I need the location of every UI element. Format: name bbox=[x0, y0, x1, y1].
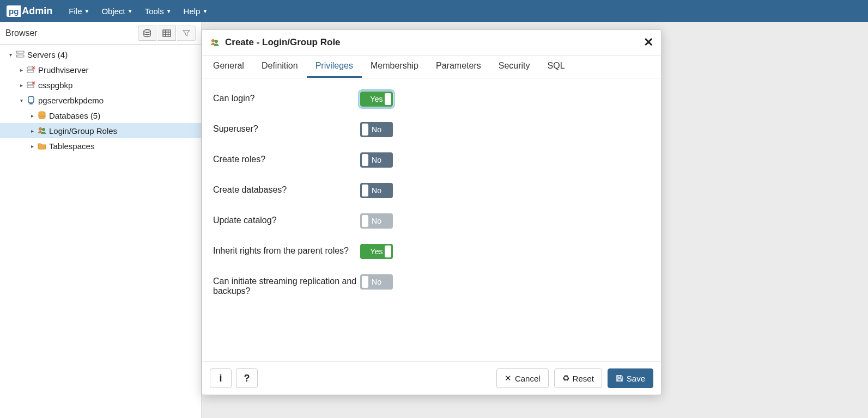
menu-file[interactable]: File▼ bbox=[69, 7, 89, 16]
privilege-label: Create roles? bbox=[213, 152, 360, 164]
svg-rect-6 bbox=[16, 51, 24, 53]
toggle-text: No bbox=[372, 217, 381, 225]
tree-databases-label: Databases (5) bbox=[49, 111, 100, 120]
menu-object[interactable]: Object▼ bbox=[101, 7, 132, 16]
privilege-toggle[interactable]: No bbox=[360, 152, 393, 168]
top-menubar: pg Admin File▼ Object▼ Tools▼ Help▼ bbox=[0, 0, 868, 22]
tab-membership[interactable]: Membership bbox=[362, 56, 427, 78]
database-icon bbox=[37, 110, 47, 120]
toggle-knob bbox=[362, 124, 368, 136]
save-button[interactable]: Save bbox=[608, 368, 653, 388]
chevron-down-icon: ▼ bbox=[202, 8, 208, 14]
tab-definition[interactable]: Definition bbox=[253, 56, 307, 78]
reset-button[interactable]: ♻Reset bbox=[554, 368, 602, 388]
collapse-icon[interactable]: ▾ bbox=[17, 97, 25, 103]
privilege-toggle[interactable]: No bbox=[360, 183, 393, 198]
dialog-tabs: General Definition Privileges Membership… bbox=[202, 56, 661, 78]
query-tool-icon[interactable] bbox=[138, 26, 156, 41]
privilege-label: Can login? bbox=[213, 91, 360, 103]
svg-point-15 bbox=[39, 128, 42, 131]
privilege-label: Superuser? bbox=[213, 122, 360, 134]
expand-icon[interactable]: ▸ bbox=[28, 143, 36, 149]
object-tree: ▾ Servers (4) ▸ Prudhviserver ▸ csspgbkp… bbox=[0, 45, 201, 156]
info-icon: i bbox=[219, 373, 222, 384]
privilege-label: Can initiate streaming replication and b… bbox=[213, 274, 360, 296]
privilege-row: Update catalog?No bbox=[213, 206, 650, 236]
cancel-button[interactable]: ✕Cancel bbox=[496, 368, 549, 388]
logo-pg: pg bbox=[7, 5, 21, 17]
toggle-text: Yes bbox=[371, 247, 383, 256]
toggle-text: Yes bbox=[371, 95, 383, 103]
tree-login-roles[interactable]: ▸ Login/Group Roles bbox=[0, 123, 201, 138]
privilege-row: Create databases?No bbox=[213, 175, 650, 206]
menu-tools-label: Tools bbox=[145, 7, 164, 16]
menu-file-label: File bbox=[69, 7, 82, 16]
svg-point-0 bbox=[144, 29, 150, 32]
close-icon: ✕ bbox=[505, 373, 512, 383]
tree-databases[interactable]: ▸ Databases (5) bbox=[0, 108, 201, 123]
tree-server-prudhvi[interactable]: ▸ Prudhviserver bbox=[0, 62, 201, 77]
save-icon bbox=[616, 374, 623, 382]
privilege-toggle: No bbox=[360, 213, 393, 229]
server-disconnected-icon bbox=[26, 80, 36, 90]
reset-label: Reset bbox=[573, 374, 594, 383]
collapse-icon[interactable]: ▾ bbox=[7, 52, 14, 58]
tab-parameters[interactable]: Parameters bbox=[427, 56, 490, 78]
menu-help[interactable]: Help▼ bbox=[184, 7, 208, 16]
folder-icon bbox=[37, 141, 47, 151]
dialog-header: Create - Login/Group Role ✕ bbox=[202, 30, 661, 56]
footer-left: i ? bbox=[210, 368, 258, 388]
svg-rect-13 bbox=[27, 85, 34, 88]
help-button[interactable]: ? bbox=[236, 368, 258, 388]
tab-privileges[interactable]: Privileges bbox=[307, 56, 362, 78]
question-icon: ? bbox=[244, 373, 250, 384]
elephant-icon bbox=[26, 95, 36, 105]
logo: pg Admin bbox=[7, 5, 52, 17]
privilege-toggle: No bbox=[360, 274, 393, 290]
servers-icon bbox=[15, 50, 25, 59]
browser-panel: Browser ▾ Servers (4) ▸ Prudhviserver ▸ bbox=[0, 22, 202, 418]
view-data-icon[interactable] bbox=[157, 26, 176, 41]
tree-tablespaces-label: Tablespaces bbox=[49, 142, 94, 151]
tree-server-pgserverbkpdemo[interactable]: ▾ pgserverbkpdemo bbox=[0, 93, 201, 108]
tree-servers[interactable]: ▾ Servers (4) bbox=[0, 47, 201, 62]
chevron-down-icon: ▼ bbox=[84, 8, 90, 14]
dialog-title-wrap: Create - Login/Group Role bbox=[210, 37, 341, 48]
privilege-label: Inherit rights from the parent roles? bbox=[213, 244, 360, 256]
tree-tablespaces[interactable]: ▸ Tablespaces bbox=[0, 138, 201, 153]
privilege-row: Inherit rights from the parent roles?Yes bbox=[213, 236, 650, 267]
toggle-knob bbox=[385, 93, 391, 105]
dialog-title: Create - Login/Group Role bbox=[225, 37, 341, 48]
svg-rect-1 bbox=[163, 30, 171, 36]
tree-server-csspgbkp[interactable]: ▸ csspgbkp bbox=[0, 77, 201, 93]
toggle-text: No bbox=[372, 125, 381, 134]
browser-title: Browser bbox=[5, 28, 38, 38]
expand-icon[interactable]: ▸ bbox=[17, 82, 25, 88]
group-role-icon bbox=[37, 126, 47, 136]
chevron-down-icon: ▼ bbox=[166, 8, 172, 14]
expand-icon[interactable]: ▸ bbox=[17, 67, 25, 73]
svg-point-16 bbox=[43, 128, 45, 131]
tree-login-roles-label: Login/Group Roles bbox=[49, 126, 117, 136]
menu-tools[interactable]: Tools▼ bbox=[145, 7, 172, 16]
privilege-toggle[interactable]: No bbox=[360, 122, 393, 137]
browser-toolbar bbox=[138, 26, 196, 41]
toggle-text: No bbox=[372, 278, 381, 286]
close-icon[interactable]: ✕ bbox=[644, 35, 653, 50]
toggle-text: No bbox=[372, 156, 381, 164]
recycle-icon: ♻ bbox=[562, 373, 569, 383]
expand-icon[interactable]: ▸ bbox=[28, 128, 36, 134]
privilege-toggle[interactable]: Yes bbox=[360, 244, 393, 259]
create-login-role-dialog: Create - Login/Group Role ✕ General Defi… bbox=[202, 29, 661, 395]
filter-icon[interactable] bbox=[177, 26, 196, 41]
cancel-label: Cancel bbox=[515, 374, 541, 383]
info-button[interactable]: i bbox=[210, 368, 232, 388]
tab-security[interactable]: Security bbox=[490, 56, 539, 78]
tab-sql[interactable]: SQL bbox=[539, 56, 574, 78]
privilege-toggle[interactable]: Yes bbox=[360, 91, 393, 107]
privilege-row: Can login?Yes bbox=[213, 84, 650, 114]
tab-general[interactable]: General bbox=[204, 56, 253, 78]
toggle-knob bbox=[362, 154, 368, 166]
expand-icon[interactable]: ▸ bbox=[28, 113, 36, 119]
privilege-row: Can initiate streaming replication and b… bbox=[213, 267, 650, 304]
